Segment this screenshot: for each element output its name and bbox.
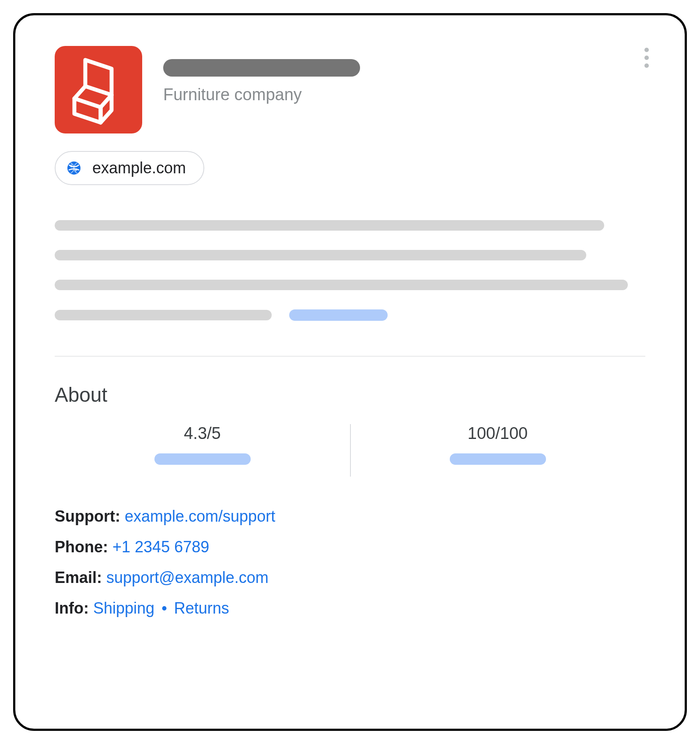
info-row: Info: Shipping • Returns (55, 599, 645, 618)
globe-icon (66, 160, 82, 176)
returns-link[interactable]: Returns (174, 599, 229, 617)
website-chip[interactable]: example.com (55, 151, 204, 185)
section-divider (55, 356, 645, 357)
rating-column: 4.3/5 (55, 424, 350, 465)
website-url: example.com (92, 159, 186, 177)
info-label: Info: (55, 599, 89, 617)
shipping-link[interactable]: Shipping (93, 599, 154, 617)
contact-block: Support: example.com/support Phone: +1 2… (55, 507, 645, 618)
phone-link[interactable]: +1 2345 6789 (112, 538, 209, 556)
chair-icon (70, 55, 127, 125)
info-separator: • (159, 599, 170, 617)
scores-row: 4.3/5 100/100 (55, 424, 645, 481)
header-row: Furniture company (55, 46, 645, 133)
company-logo (55, 46, 142, 133)
email-label: Email: (55, 569, 102, 586)
rating-value: 4.3/5 (184, 424, 221, 443)
description-placeholder-block (55, 220, 645, 321)
support-link[interactable]: example.com/support (125, 507, 275, 525)
email-link[interactable]: support@example.com (106, 569, 269, 586)
knowledge-panel-card: Furniture company example.com About 4.3/… (13, 13, 687, 731)
email-row: Email: support@example.com (55, 569, 645, 587)
vertical-divider (350, 424, 351, 477)
score-label-placeholder (450, 453, 546, 465)
score-column: 100/100 (350, 424, 645, 465)
company-name-placeholder (163, 59, 360, 77)
skeleton-link-placeholder (289, 309, 388, 321)
more-options-button[interactable] (639, 42, 654, 73)
skeleton-last-row (55, 309, 645, 321)
about-heading: About (55, 383, 645, 407)
score-value: 100/100 (468, 424, 528, 443)
skeleton-line (55, 220, 604, 231)
phone-label: Phone: (55, 538, 108, 556)
company-category: Furniture company (163, 85, 360, 104)
title-column: Furniture company (163, 46, 360, 104)
support-label: Support: (55, 507, 120, 525)
support-row: Support: example.com/support (55, 507, 645, 526)
skeleton-line (55, 280, 628, 290)
skeleton-line (55, 310, 272, 320)
rating-label-placeholder (154, 453, 251, 465)
phone-row: Phone: +1 2345 6789 (55, 538, 645, 556)
skeleton-line (55, 250, 586, 260)
